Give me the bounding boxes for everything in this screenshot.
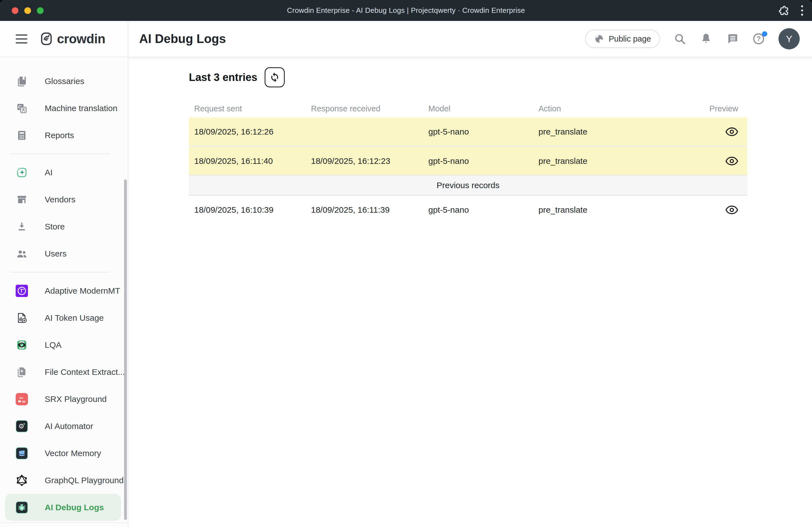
crowdin-wordmark: crowdin [57, 31, 105, 46]
column-header-request-sent: Request sent [194, 104, 311, 113]
help-icon[interactable]: ? [752, 32, 765, 45]
cell-request-sent: 18/09/2025, 16:11:40 [194, 156, 311, 166]
ai-sparkle-icon [16, 166, 28, 179]
lqa-eye-icon [16, 339, 28, 351]
globe-icon [594, 34, 604, 44]
srx-playground-scissors-icon: ✂ [16, 393, 28, 405]
column-header-action: Action [538, 104, 695, 113]
sidebar-item-vector-memory[interactable]: Vector Memory [0, 440, 128, 467]
ai-automator-gear-icon: ⚙ [16, 420, 28, 432]
vendors-storefront-icon [16, 193, 28, 206]
sidebar-divider [10, 272, 110, 272]
sidebar-item-adaptive-modernmt[interactable]: T Adaptive ModernMT [0, 277, 128, 304]
ai-token-usage-icon [16, 312, 28, 324]
browser-window: Crowdin Enterprise - AI Debug Logs | Pro… [0, 0, 812, 527]
public-page-label: Public page [609, 34, 651, 44]
sidebar-item-ai-token-usage[interactable]: AI Token Usage [0, 304, 128, 331]
vector-memory-database-icon [16, 447, 28, 460]
public-page-button[interactable]: Public page [585, 30, 660, 48]
sidebar-scrollbar[interactable] [124, 180, 127, 520]
entries-heading: Last 3 entries [189, 72, 257, 84]
sidebar-item-glossaries[interactable]: Glossaries [0, 67, 128, 95]
cell-model: gpt-5-nano [429, 156, 538, 166]
refresh-button[interactable] [265, 67, 285, 87]
cell-action: pre_translate [538, 156, 695, 166]
brand-zone: crowdin [0, 21, 128, 57]
table-row: 18/09/2025, 16:12:26 gpt-5-nano pre_tran… [189, 118, 747, 146]
cell-request-sent: 18/09/2025, 16:10:39 [194, 205, 311, 215]
machine-translation-icon: G [16, 102, 28, 115]
graphql-icon [16, 474, 28, 486]
preview-eye-icon[interactable] [725, 205, 738, 215]
cell-request-sent: 18/09/2025, 16:12:26 [194, 127, 311, 136]
table-header-row: Request sent Response received Model Act… [189, 100, 747, 118]
sidebar-item-graphql-playground[interactable]: GraphQL Playground [0, 467, 128, 494]
store-download-icon [16, 221, 28, 233]
sidebar-item-vendors[interactable]: Vendors [0, 186, 128, 213]
search-icon[interactable] [673, 32, 686, 45]
column-header-response-received: Response received [311, 104, 429, 113]
table-row: 18/09/2025, 16:10:39 18/09/2025, 16:11:3… [189, 196, 747, 224]
sidebar: Glossaries G Machine translation Reports [0, 57, 128, 527]
menu-toggle-button[interactable] [16, 34, 27, 44]
users-icon [16, 247, 28, 260]
main-content: Last 3 entries Request sent Response rec… [128, 57, 812, 527]
sidebar-item-ai-automator[interactable]: ⚙ AI Automator [0, 412, 128, 440]
svg-text:⚙: ⚙ [18, 422, 24, 430]
browser-titlebar: Crowdin Enterprise - AI Debug Logs | Pro… [0, 0, 812, 21]
crowdin-logo-icon [39, 32, 54, 46]
sidebar-item-users[interactable]: Users [0, 240, 128, 267]
sidebar-item-machine-translation[interactable]: G Machine translation [0, 95, 128, 122]
refresh-icon [269, 72, 280, 83]
adaptive-modernmt-icon: T [16, 285, 28, 297]
crowdin-logo[interactable]: crowdin [39, 31, 105, 46]
file-context-extractor-icon [16, 366, 28, 378]
svg-text:✂: ✂ [19, 395, 24, 401]
cell-action: pre_translate [538, 127, 695, 136]
page-title: AI Debug Logs [139, 32, 226, 46]
browser-tab-title: Crowdin Enterprise - AI Debug Logs | Pro… [0, 0, 812, 21]
preview-eye-icon[interactable] [725, 127, 738, 136]
notifications-bell-icon[interactable] [700, 32, 712, 45]
preview-eye-icon[interactable] [725, 156, 738, 166]
reports-calculator-icon [16, 129, 28, 141]
app-header: crowdin AI Debug Logs Public page [0, 21, 812, 57]
ai-debug-logs-bug-icon [16, 501, 28, 514]
sidebar-item-ai-debug-logs[interactable]: AI Debug Logs [5, 494, 121, 521]
glossaries-book-icon [16, 75, 28, 87]
sidebar-item-store[interactable]: Store [0, 213, 128, 240]
sidebar-item-srx-playground[interactable]: ✂ SRX Playground [0, 386, 128, 412]
cell-model: gpt-5-nano [429, 127, 538, 136]
help-unread-dot [762, 31, 767, 36]
avatar[interactable]: Y [779, 28, 800, 49]
sidebar-bottom-divider [0, 523, 128, 523]
previous-records-button[interactable]: Previous records [189, 175, 747, 196]
svg-text:?: ? [757, 35, 761, 42]
sidebar-item-ai[interactable]: AI [0, 159, 128, 186]
table-row: 18/09/2025, 16:11:40 18/09/2025, 16:12:2… [189, 147, 747, 175]
cell-model: gpt-5-nano [429, 205, 538, 215]
column-header-model: Model [429, 104, 538, 113]
sidebar-item-reports[interactable]: Reports [0, 122, 128, 149]
messages-icon[interactable] [726, 32, 739, 45]
sidebar-divider [10, 153, 110, 154]
cell-action: pre_translate [538, 205, 695, 215]
browser-menu-icon[interactable] [799, 4, 805, 17]
extensions-puzzle-icon[interactable] [778, 5, 789, 16]
cell-response-received: 18/09/2025, 16:11:39 [311, 205, 429, 215]
svg-text:T: T [20, 288, 23, 293]
cell-response-received: 18/09/2025, 16:12:23 [311, 156, 429, 166]
column-header-preview: Preview [709, 104, 738, 113]
debug-logs-table: Request sent Response received Model Act… [189, 100, 747, 224]
sidebar-item-lqa[interactable]: LQA [0, 331, 128, 358]
sidebar-item-file-context-extractor[interactable]: File Context Extract... [0, 358, 128, 386]
